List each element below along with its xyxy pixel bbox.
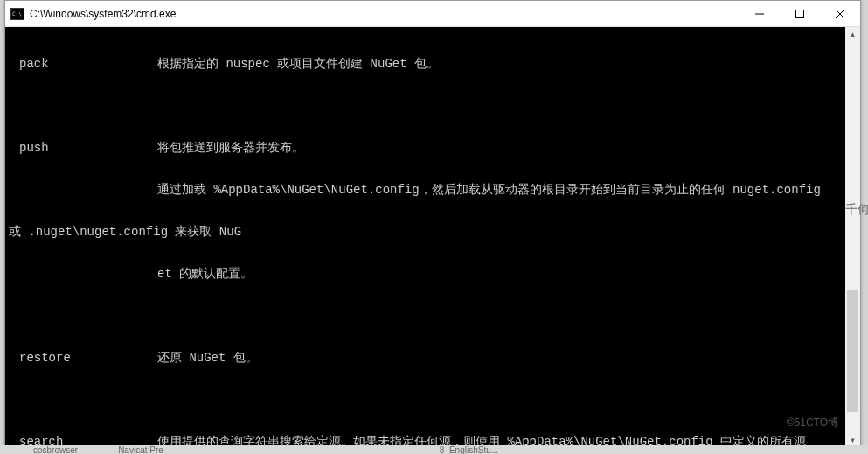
scroll-up-button[interactable]: ▲	[845, 27, 860, 42]
cmd-restore: restore	[9, 351, 157, 365]
watermark: ©51CTO博	[787, 416, 838, 430]
window-title: C:\Windows\system32\cmd.exe	[30, 8, 740, 20]
svg-rect-1	[796, 10, 804, 17]
titlebar[interactable]: C:\Windows\system32\cmd.exe	[5, 1, 860, 27]
terminal-output[interactable]: pack根据指定的 nuspec 或项目文件创建 NuGet 包。 push将包…	[5, 27, 845, 448]
cmd-push: push	[9, 141, 157, 155]
taskbar-item[interactable]: Navicat Pre	[111, 445, 170, 454]
taskbar-item[interactable]: 8_EnglishStu...	[433, 445, 505, 454]
cmd-icon	[10, 8, 24, 20]
cmd-window: C:\Windows\system32\cmd.exe pack根据指定的 nu…	[4, 0, 861, 449]
scroll-thumb[interactable]	[847, 290, 858, 412]
taskbar[interactable]: cosbrowser Navicat Pre 8_EnglishStu...	[0, 445, 868, 454]
maximize-button[interactable]	[780, 1, 820, 27]
cmd-pack: pack	[9, 57, 157, 71]
background-text: 千何	[845, 192, 868, 227]
taskbar-item[interactable]: cosbrowser	[26, 445, 85, 454]
vertical-scrollbar[interactable]: ▲ ▼	[845, 27, 860, 448]
close-button[interactable]	[820, 1, 860, 27]
minimize-button[interactable]	[740, 1, 780, 27]
